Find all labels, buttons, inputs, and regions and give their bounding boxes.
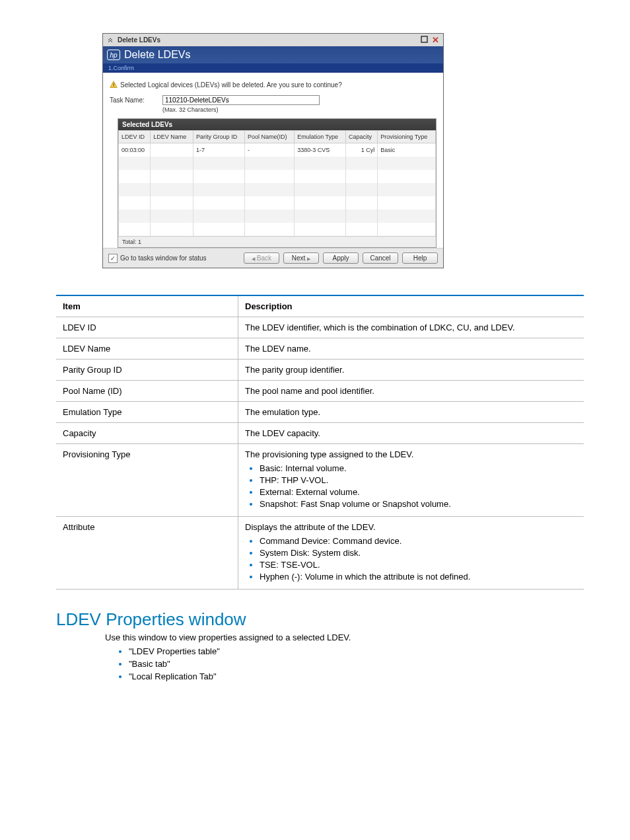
close-icon[interactable]: ✕ [432, 35, 439, 45]
selected-ldevs-panel: Selected LDEVs LDEV ID LDEV Name Parity … [118, 118, 437, 248]
link-local-replication-tab[interactable]: "Local Replication Tab" [129, 671, 217, 681]
table-row: Pool Name (ID)The pool name and pool ide… [56, 381, 584, 402]
goto-tasks-checkbox[interactable]: ✓ [108, 254, 118, 263]
description-table: Item Description LDEV IDThe LDEV identif… [56, 295, 584, 590]
table-row: LDEV NameThe LDEV name. [56, 338, 584, 360]
collapse-icon[interactable] [107, 36, 114, 44]
help-button[interactable]: Help [402, 252, 438, 264]
col-ldev-name[interactable]: LDEV Name [151, 131, 193, 143]
list-item: "Local Replication Tab" [129, 671, 584, 681]
list-item: Hyphen (-): Volume in which the attribut… [260, 572, 577, 582]
table-row: Parity Group IDThe parity group identifi… [56, 360, 584, 381]
task-name-hint: (Max. 32 Characters) [162, 106, 320, 113]
svg-text:!: ! [113, 83, 114, 87]
col-emulation[interactable]: Emulation Type [295, 131, 346, 143]
wizard-step: 1.Confirm [103, 63, 443, 73]
table-row: CapacityThe LDEV capacity. [56, 423, 584, 444]
table-row[interactable]: 00:03:00 1-7 - 3380-3 CVS 1 Cyl Basic [119, 143, 436, 157]
list-item: Snapshot: Fast Snap volume or Snapshot v… [260, 499, 577, 509]
link-ldev-properties-table[interactable]: "LDEV Properties table" [129, 646, 220, 656]
list-item: External: External volume. [260, 487, 577, 497]
table-row: Provisioning Type The provisioning type … [56, 444, 584, 517]
dialog-title: Delete LDEVs [124, 49, 191, 61]
list-item: Command Device: Command device. [260, 536, 577, 546]
goto-tasks-label: Go to tasks window for status [120, 254, 207, 262]
col-pool-name[interactable]: Pool Name(ID) [245, 131, 295, 143]
cancel-button[interactable]: Cancel [363, 252, 398, 264]
selected-ldevs-table: LDEV ID LDEV Name Parity Group ID Pool N… [118, 130, 436, 236]
task-name-label: Task Name: [110, 95, 149, 104]
hp-logo-icon: hp [107, 50, 120, 60]
table-row: Attribute Displays the attribute of the … [56, 517, 584, 590]
link-basic-tab[interactable]: "Basic tab" [129, 659, 170, 669]
svg-rect-0 [421, 36, 427, 42]
list-item: "LDEV Properties table" [129, 646, 584, 656]
back-button[interactable]: ◀ Back [244, 252, 279, 264]
desc-head-item: Item [56, 295, 238, 317]
list-item: "Basic tab" [129, 659, 584, 669]
col-capacity[interactable]: Capacity [346, 131, 378, 143]
delete-ldevs-dialog: Delete LDEVs ✕ hp Delete LDEVs 1.Confirm… [102, 33, 444, 268]
col-parity-group[interactable]: Parity Group ID [193, 131, 245, 143]
list-item: THP: THP V-VOL. [260, 475, 577, 485]
selected-ldevs-title: Selected LDEVs [118, 119, 436, 130]
titlebar: Delete LDEVs ✕ [103, 34, 443, 46]
section-title: LDEV Properties window [56, 609, 584, 630]
section-links: "LDEV Properties table" "Basic tab" "Loc… [116, 646, 584, 681]
next-button[interactable]: Next ▶ [283, 252, 319, 264]
table-row: LDEV IDThe LDEV identifier, which is the… [56, 317, 584, 338]
list-item: TSE: TSE-VOL. [260, 560, 577, 570]
window-title: Delete LDEVs [118, 36, 417, 44]
warning-text: Selected Logical devices (LDEVs) will be… [120, 81, 342, 89]
table-row: Emulation TypeThe emulation type. [56, 402, 584, 423]
section-intro: Use this window to view properties assig… [105, 632, 584, 642]
col-ldev-id[interactable]: LDEV ID [119, 131, 151, 143]
task-name-input[interactable] [162, 95, 320, 105]
dialog-header: hp Delete LDEVs [103, 46, 443, 63]
apply-button[interactable]: Apply [323, 252, 359, 264]
dialog-body: ! Selected Logical devices (LDEVs) will … [103, 73, 443, 113]
desc-head-desc: Description [238, 295, 584, 317]
list-item: System Disk: System disk. [260, 548, 577, 558]
dialog-buttonbar: ✓ Go to tasks window for status ◀ Back N… [103, 248, 443, 268]
maximize-icon[interactable] [421, 36, 428, 44]
warning-icon: ! [110, 81, 118, 89]
list-item: Basic: Internal volume. [260, 463, 577, 473]
table-total: Total: 1 [118, 236, 436, 247]
col-prov-type[interactable]: Provisioning Type [378, 131, 436, 143]
